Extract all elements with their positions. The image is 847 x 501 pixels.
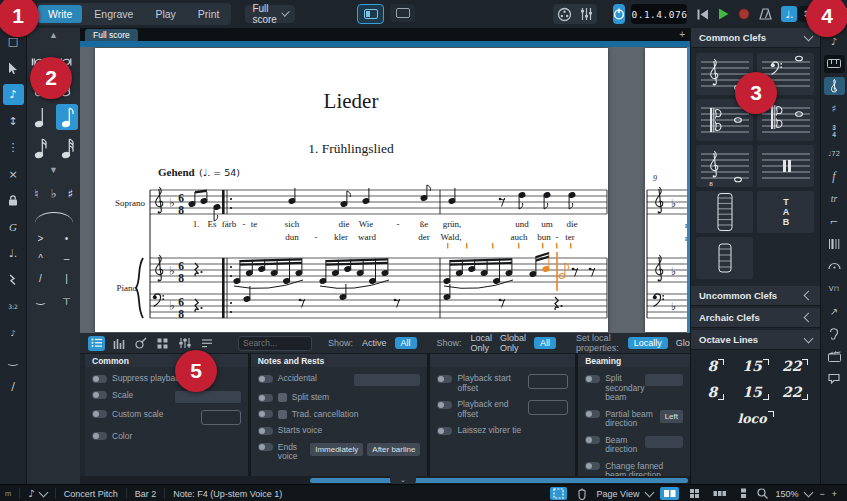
horizontal-scrollbar-thumb[interactable]	[310, 478, 688, 483]
articulation-unstress-button[interactable]: ‿	[29, 290, 52, 307]
toggle-left-panel-button[interactable]	[357, 4, 384, 24]
property-toggle[interactable]	[92, 375, 107, 383]
articulation-staccatissimo-button[interactable]: |	[55, 270, 78, 287]
keyboard-panel-icon[interactable]	[824, 55, 845, 73]
duration-eighth-button[interactable]	[56, 104, 78, 130]
property-list-icon[interactable]	[88, 336, 105, 351]
duration-sixteenth-button[interactable]	[29, 135, 51, 161]
property-toggle[interactable]	[258, 394, 273, 402]
scroll-down-icon[interactable]: ▼	[49, 165, 58, 175]
metronome-icon[interactable]	[759, 8, 772, 20]
activate-project-button[interactable]	[613, 4, 625, 24]
tab-write[interactable]: Write	[38, 5, 82, 23]
property-dropdown-field[interactable]	[645, 374, 683, 386]
video-panel-icon[interactable]	[824, 347, 845, 365]
filter-global-only-option[interactable]: Global Only	[500, 333, 526, 353]
property-toggle[interactable]	[92, 432, 107, 440]
octave-line-15-down-button[interactable]: 15	[737, 380, 775, 404]
grace-note-icon[interactable]: ♪	[3, 323, 24, 344]
note-input-icon[interactable]: ♪	[3, 84, 24, 105]
brackets-panel-icon[interactable]: ⌐	[824, 212, 845, 230]
articulation-marcato-button[interactable]: ^	[29, 250, 52, 267]
filter-local-only-option[interactable]: Local Only	[471, 333, 493, 353]
property-toggle[interactable]	[585, 462, 600, 470]
clef-tab-letters-button[interactable]: TAB	[757, 191, 814, 233]
page-grid-button[interactable]	[686, 487, 703, 500]
channel-strip-icon[interactable]	[176, 336, 193, 351]
property-toggle[interactable]	[585, 410, 600, 418]
property-toggle[interactable]	[437, 375, 452, 383]
property-dropdown-field[interactable]	[175, 391, 241, 403]
octave-line-22-down-button[interactable]: 22	[776, 380, 814, 404]
marquee-select-button[interactable]	[550, 487, 567, 500]
property-value-field[interactable]	[201, 410, 241, 425]
playback-techniques-panel-icon[interactable]	[824, 325, 845, 343]
play-button[interactable]	[718, 8, 729, 20]
filter-all-option-2[interactable]: All	[534, 337, 556, 349]
dynamics-panel-icon[interactable]: f	[824, 167, 845, 185]
clef-percussion-button[interactable]	[757, 145, 814, 187]
pointer-icon[interactable]	[3, 58, 24, 79]
accidental-flat-button[interactable]: ♭	[46, 185, 61, 203]
articulation-staccato-tenuto-button[interactable]: ┬	[55, 290, 78, 307]
pages-column-button[interactable]	[737, 487, 750, 500]
pages-row-button[interactable]	[710, 487, 730, 500]
hand-tool-button[interactable]	[574, 487, 590, 500]
tab-engrave[interactable]: Engrave	[84, 5, 143, 23]
uncommon-clefs-header[interactable]: Uncommon Clefs	[691, 286, 820, 306]
zoom-level-selector[interactable]: 150%	[775, 489, 798, 499]
property-dropdown-field[interactable]	[354, 374, 420, 386]
slur-button[interactable]	[33, 209, 75, 223]
collapse-properties-handle[interactable]: ⌄	[390, 476, 416, 484]
tempo-panel-icon[interactable]: ♩72	[824, 145, 845, 163]
dotted-note-icon[interactable]: ♩.	[3, 243, 24, 264]
property-checkbox[interactable]	[278, 410, 287, 419]
zoom-magnifier-icon[interactable]	[757, 488, 768, 499]
property-dropdown-field[interactable]	[645, 436, 683, 448]
property-toggle[interactable]	[585, 375, 600, 383]
comments-panel-icon[interactable]	[824, 370, 845, 388]
key-signatures-panel-icon[interactable]: ♯	[824, 100, 845, 118]
guitar-pad-icon[interactable]	[132, 336, 149, 351]
octave-line-22-up-button[interactable]: 22	[776, 354, 814, 378]
articulation-tenuto-button[interactable]: –	[55, 250, 78, 267]
duration-quarter-button[interactable]	[29, 104, 51, 130]
score-canvas[interactable]: Lieder1. FrühlingsliedGehend(♩. = 54)Sop…	[80, 47, 690, 333]
property-toggle[interactable]	[258, 375, 273, 383]
transpose-icon[interactable]: ↕	[3, 111, 24, 132]
property-toggle[interactable]	[92, 391, 107, 399]
clef-tool-icon[interactable]: G	[3, 217, 24, 238]
clef-tab-small-button[interactable]	[696, 237, 753, 279]
video-icon[interactable]	[557, 7, 572, 22]
scroll-up-icon[interactable]: ▲	[49, 30, 58, 40]
accidental-natural-button[interactable]: ♮	[29, 185, 44, 203]
property-option-button[interactable]: After barline	[367, 443, 420, 457]
octave-line-8-up-button[interactable]: 8	[697, 354, 735, 378]
octave-line-15-up-button[interactable]: 15	[737, 354, 775, 378]
clefs-panel-icon[interactable]	[824, 77, 845, 95]
slash-voice-icon[interactable]: /	[3, 376, 24, 397]
layout-selector[interactable]: Full score	[245, 5, 295, 23]
chevron-down-icon[interactable]	[38, 487, 48, 497]
property-value-field[interactable]	[528, 400, 568, 415]
clef-tab-button[interactable]	[696, 191, 753, 233]
tab-print[interactable]: Print	[188, 5, 230, 23]
filter-all-option-1[interactable]: All	[395, 337, 417, 349]
time-signatures-panel-icon[interactable]: 34	[824, 122, 845, 140]
property-toggle[interactable]	[92, 410, 107, 418]
score-page-2[interactable]: 9♭♭♭rr	[645, 48, 690, 332]
property-toggle[interactable]	[258, 427, 273, 435]
document-tab-full-score[interactable]: Full score	[85, 29, 138, 41]
zoom-in-button[interactable]: +	[832, 489, 837, 499]
list-options-icon[interactable]	[198, 336, 215, 351]
accidental-sharp-button[interactable]: ♯	[63, 185, 78, 203]
property-toggle[interactable]	[585, 436, 600, 444]
playing-techniques-panel-icon[interactable]: V⊓	[824, 280, 845, 298]
single-window-button[interactable]	[390, 4, 415, 22]
grid-icon[interactable]	[154, 336, 171, 351]
score-page-1[interactable]: Lieder1. FrühlingsliedGehend(♩. = 54)Sop…	[95, 48, 608, 332]
tie-icon[interactable]: ‿	[3, 349, 24, 370]
barlines-panel-icon[interactable]	[824, 235, 845, 253]
articulation-staccato-button[interactable]: •	[55, 230, 78, 247]
record-button[interactable]	[738, 8, 750, 20]
